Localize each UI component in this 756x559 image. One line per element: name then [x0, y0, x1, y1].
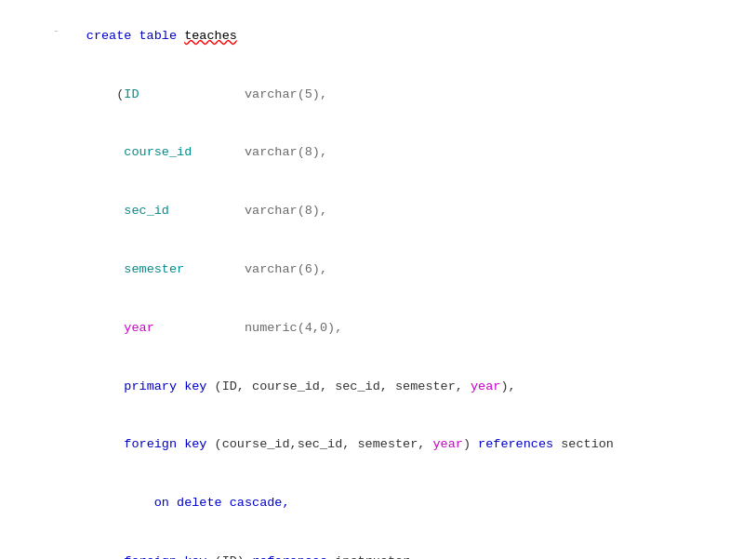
col-year: year	[124, 321, 153, 335]
indent-year	[86, 321, 125, 335]
type-semester: varchar(6),	[184, 262, 327, 276]
gutter-fold-teaches[interactable]: ⁻	[0, 7, 20, 60]
pk-year: year	[471, 379, 500, 393]
kw-foreign2: foreign key	[124, 554, 214, 559]
keyword-create-teaches: create table	[86, 29, 184, 43]
line-content-teaches-semester: semester varchar(6),	[20, 241, 756, 299]
line-content-teaches-pk: primary key (ID, course_id, sec_id, seme…	[20, 358, 756, 417]
fk1-close-paren: )	[463, 437, 478, 451]
ref-target-section: section	[561, 437, 614, 451]
code-editor: ⁻ create table teaches (ID varchar(5), c…	[0, 0, 756, 559]
kw-primary: primary key	[124, 379, 214, 393]
fk1-year: year	[433, 437, 463, 451]
indent-course-id	[86, 145, 125, 159]
paren-open-teaches: (	[86, 87, 125, 101]
indent-semester	[86, 262, 125, 276]
line-content-teaches-fk2: foreign key (ID) references instructor	[20, 533, 756, 559]
type-year: numeric(4,0),	[154, 321, 343, 335]
pk-cols-teaches: (ID, course_id, sec_id, semester,	[215, 379, 471, 393]
line-teaches-fk2: foreign key (ID) references instructor	[0, 533, 756, 559]
line-teaches-fk1-cascade: on delete cascade,	[0, 474, 756, 533]
type-id-teaches: varchar(5),	[139, 87, 328, 101]
indent-cascade1	[86, 496, 154, 510]
fk1-cols: (course_id,sec_id, semester,	[215, 437, 433, 451]
line-content-teaches-sec-id: sec_id varchar(8),	[20, 182, 756, 241]
kw-references2: references	[252, 554, 335, 559]
line-content-teaches-header: create table teaches	[20, 7, 756, 66]
col-id-teaches: ID	[124, 87, 139, 101]
teaches-block: ⁻ create table teaches (ID varchar(5), c…	[0, 7, 756, 559]
pk-close: ),	[500, 379, 515, 393]
line-teaches-fk1: foreign key (course_id,sec_id, semester,…	[0, 416, 756, 474]
line-teaches-id: (ID varchar(5),	[0, 66, 756, 125]
indent-pk	[86, 379, 125, 393]
line-content-teaches-id: (ID varchar(5),	[20, 66, 756, 125]
col-course-id: course_id	[124, 145, 192, 159]
line-teaches-semester: semester varchar(6),	[0, 241, 756, 299]
indent-fk1	[86, 437, 125, 451]
fk2-col: (ID)	[215, 554, 253, 559]
line-teaches-header: ⁻ create table teaches	[0, 7, 756, 66]
line-teaches-sec-id: sec_id varchar(8),	[0, 182, 756, 241]
kw-references1: references	[478, 437, 561, 451]
indent-sec-id	[86, 204, 125, 218]
fold-icon-teaches[interactable]: ⁻	[54, 29, 60, 39]
line-content-teaches-fk1-cascade: on delete cascade,	[20, 474, 756, 533]
type-sec-id: varchar(8),	[169, 204, 327, 218]
indent-fk2	[86, 554, 125, 559]
line-content-teaches-year: year numeric(4,0),	[20, 299, 756, 358]
kw-foreign1: foreign key	[124, 437, 214, 451]
col-semester: semester	[124, 262, 184, 276]
kw-on1: on delete cascade,	[154, 496, 290, 510]
line-teaches-year: year numeric(4,0),	[0, 299, 756, 358]
line-teaches-pk: primary key (ID, course_id, sec_id, seme…	[0, 358, 756, 417]
line-content-teaches-course-id: course_id varchar(8),	[20, 125, 756, 183]
type-course-id: varchar(8),	[192, 145, 327, 159]
col-sec-id: sec_id	[124, 204, 169, 218]
line-content-teaches-fk1: foreign key (course_id,sec_id, semester,…	[20, 416, 756, 474]
ref-target-instructor: instructor	[335, 554, 410, 559]
table-name-teaches: teaches	[184, 29, 237, 43]
line-teaches-course-id: course_id varchar(8),	[0, 125, 756, 183]
